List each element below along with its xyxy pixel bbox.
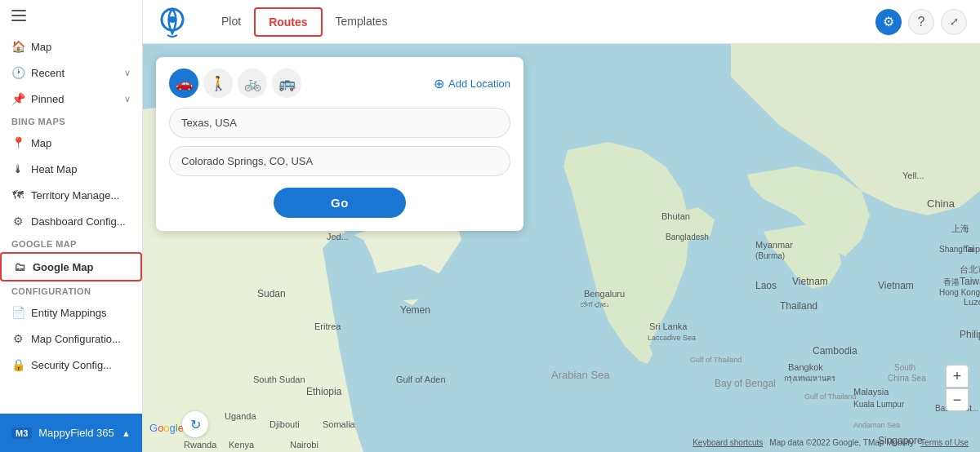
svg-rect-2 (11, 20, 26, 21)
routes-panel: 🚗 🚶 🚲 🚌 ⊕ Add Location (156, 57, 523, 231)
sidebar-item-heat-map[interactable]: 🌡 Heat Map (0, 156, 142, 182)
svg-text:上海: 上海 (951, 224, 969, 233)
heat-map-icon: 🌡 (11, 162, 24, 175)
zoom-in-button[interactable]: + (946, 365, 969, 388)
location2-wrap (169, 146, 510, 176)
svg-text:Andaman Sea: Andaman Sea (853, 421, 900, 429)
app-badge: M3 (11, 428, 32, 439)
keyboard-shortcuts-link[interactable]: Keyboard shortcuts (693, 438, 763, 447)
transport-icons: 🚗 🚶 🚲 🚌 (169, 69, 301, 98)
tab-routes[interactable]: Routes (254, 7, 322, 37)
map-zoom-controls: + − (946, 365, 969, 411)
sidebar-item-entity-mappings[interactable]: 📄 Entity Mappings (0, 299, 142, 326)
location1-input[interactable] (169, 108, 510, 138)
sidebar-item-dashboard-config[interactable]: ⚙ Dashboard Config... (0, 208, 142, 234)
hamburger-menu[interactable] (0, 0, 142, 33)
walk-icon: 🚶 (210, 75, 227, 92)
transport-bus-button[interactable]: 🚌 (272, 69, 301, 98)
svg-text:Luzon: Luzon (964, 297, 980, 307)
settings-button[interactable]: ⚙ (875, 9, 902, 35)
bus-icon: 🚌 (278, 75, 296, 92)
svg-text:Bay of Bengal: Bay of Bengal (715, 378, 776, 389)
sidebar-item-home[interactable]: 🏠 Map (0, 33, 142, 60)
sidebar: 🏠 Map 🕐 Recent ∨ 📌 Pinned ∨ Bing Maps 📍 … (0, 0, 143, 452)
map-footer: Keyboard shortcuts Map data ©2022 Google… (693, 438, 969, 447)
pinned-icon: 📌 (11, 92, 24, 105)
svg-text:South: South (894, 363, 915, 372)
add-location-label: Add Location (448, 78, 510, 90)
sidebar-item-map-label: Map (31, 137, 51, 149)
main-area: Plot Routes Templates ⚙ ? ⤢ (143, 0, 980, 452)
transport-bike-button[interactable]: 🚲 (238, 69, 267, 98)
sidebar-bottom-item[interactable]: M3 MappyField 365 ▲ (0, 420, 142, 445)
refresh-button[interactable]: ↻ (182, 411, 208, 437)
expand-button[interactable]: ⤢ (941, 9, 967, 35)
svg-text:(Burma): (Burma) (755, 251, 785, 260)
sidebar-item-pinned[interactable]: 📌 Pinned ∨ (0, 86, 142, 112)
transport-walk-button[interactable]: 🚶 (203, 69, 233, 98)
svg-text:Kenya: Kenya (229, 440, 255, 450)
tab-plot[interactable]: Plot (208, 8, 254, 36)
sidebar-item-google-map[interactable]: 🗂 Google Map (0, 252, 142, 281)
map-data-text: Map data ©2022 Google, TMap Mobility (769, 438, 914, 447)
sidebar-item-mapconfig-label: Map Configuratio... (31, 333, 121, 345)
svg-text:Cambodia: Cambodia (813, 345, 858, 357)
go-button-label: Go (331, 196, 349, 210)
svg-text:Malaysia: Malaysia (853, 387, 889, 397)
zoom-out-icon: − (953, 392, 962, 409)
svg-text:Philip...: Philip... (960, 329, 980, 340)
map-config-icon: ⚙ (11, 332, 24, 345)
svg-text:Gulf of Thailand: Gulf of Thailand (804, 392, 856, 401)
svg-text:Myanmar: Myanmar (755, 240, 793, 250)
go-button[interactable]: Go (274, 188, 406, 218)
zoom-in-icon: + (953, 368, 962, 385)
section-label-configuration: Configuration (0, 281, 142, 299)
help-button[interactable]: ? (908, 9, 934, 35)
map-icon: 📍 (11, 136, 24, 149)
add-location-button[interactable]: ⊕ Add Location (434, 76, 510, 91)
transport-car-button[interactable]: 🚗 (169, 69, 198, 98)
svg-text:Taiwan: Taiwan (960, 276, 980, 287)
svg-text:Uganda: Uganda (225, 411, 256, 421)
topbar-tabs: Plot Routes Templates (208, 7, 875, 37)
security-icon: 🔒 (11, 358, 24, 371)
svg-rect-1 (11, 15, 26, 16)
topbar-actions: ⚙ ? ⤢ (875, 9, 967, 35)
svg-text:Jed...: Jed... (327, 232, 349, 242)
sidebar-item-territory-manage[interactable]: 🗺 Territory Manage... (0, 182, 142, 208)
location1-wrap (169, 108, 510, 138)
svg-text:Eritrea: Eritrea (314, 321, 341, 331)
zoom-out-button[interactable]: − (946, 388, 969, 411)
svg-text:Nairobi: Nairobi (290, 440, 318, 450)
settings-icon: ⚙ (883, 14, 894, 29)
svg-text:Vietnam: Vietnam (878, 280, 914, 291)
svg-text:Laccadive Sea: Laccadive Sea (648, 334, 696, 342)
app-logo (156, 6, 189, 38)
svg-text:Laos: Laos (755, 280, 777, 291)
svg-text:Kuala Lumpur: Kuala Lumpur (853, 400, 905, 409)
sidebar-item-map[interactable]: 📍 Map (0, 130, 142, 156)
terms-link[interactable]: Terms of Use (920, 438, 969, 447)
svg-point-4 (169, 16, 176, 23)
sidebar-item-home-label: Map (31, 41, 51, 53)
tab-templates[interactable]: Templates (323, 8, 401, 36)
map-container: Greece Turkey Syria Lebanon Israel Cairo… (143, 44, 980, 452)
svg-text:ಬೆಂಗಳೂರು: ಬೆಂಗಳೂರು (580, 301, 608, 309)
svg-text:Ethiopia: Ethiopia (306, 386, 342, 397)
recent-icon: 🕐 (11, 66, 24, 79)
svg-text:China Sea: China Sea (888, 374, 926, 383)
section-label-bing-maps: Bing Maps (0, 112, 142, 130)
recent-chevron: ∨ (124, 68, 131, 78)
svg-text:Bhutan: Bhutan (662, 211, 690, 221)
svg-text:Bangkok: Bangkok (788, 362, 823, 372)
help-icon: ? (918, 15, 925, 29)
app-name: MappyField 365 (38, 427, 114, 439)
routes-panel-header: 🚗 🚶 🚲 🚌 ⊕ Add Location (169, 69, 510, 98)
location2-input[interactable] (169, 146, 510, 176)
section-label-google-map: Google Map (0, 234, 142, 252)
sidebar-item-security-config[interactable]: 🔒 Security Config... (0, 352, 142, 378)
svg-text:Bangladesh: Bangladesh (666, 233, 709, 242)
sidebar-item-recent-label: Recent (31, 67, 65, 79)
sidebar-item-recent[interactable]: 🕐 Recent ∨ (0, 60, 142, 86)
sidebar-item-map-configuration[interactable]: ⚙ Map Configuratio... (0, 326, 142, 352)
